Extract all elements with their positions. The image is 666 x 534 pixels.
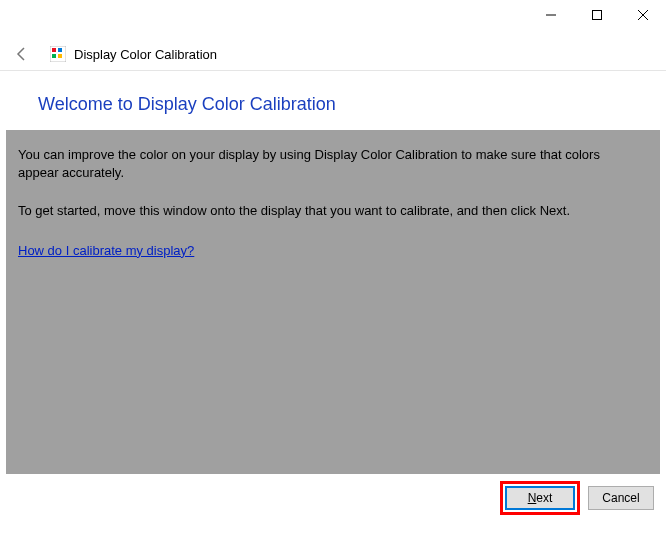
back-button[interactable] (14, 40, 50, 68)
paragraph-1: You can improve the color on your displa… (18, 146, 638, 182)
next-button[interactable]: Next (505, 486, 575, 510)
svg-rect-6 (58, 48, 62, 52)
window-title: Display Color Calibration (74, 47, 217, 62)
help-link[interactable]: How do I calibrate my display? (18, 243, 194, 258)
footer: Next Cancel (6, 476, 660, 520)
app-icon (50, 46, 66, 62)
svg-rect-7 (52, 54, 56, 58)
next-highlight: Next (500, 481, 580, 515)
svg-rect-8 (58, 54, 62, 58)
page-heading: Welcome to Display Color Calibration (38, 94, 336, 115)
cancel-button[interactable]: Cancel (588, 486, 654, 510)
svg-rect-5 (52, 48, 56, 52)
header: Display Color Calibration (0, 40, 666, 68)
paragraph-2: To get started, move this window onto th… (18, 202, 638, 220)
window-controls (528, 0, 666, 30)
content-area: You can improve the color on your displa… (6, 130, 660, 474)
maximize-button[interactable] (574, 0, 620, 30)
svg-rect-1 (593, 11, 602, 20)
divider (0, 70, 666, 71)
minimize-button[interactable] (528, 0, 574, 30)
close-button[interactable] (620, 0, 666, 30)
